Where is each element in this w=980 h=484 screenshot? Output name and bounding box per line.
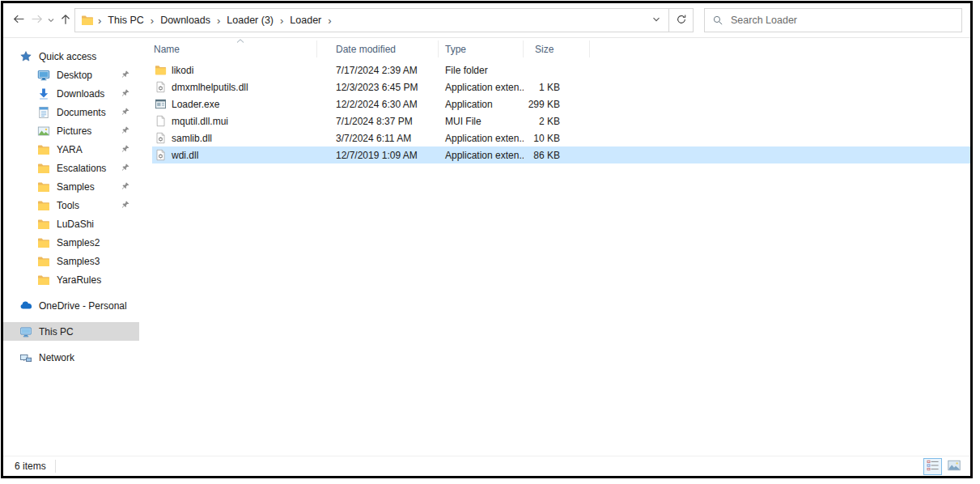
column-header-date-modified[interactable]: Date modified bbox=[317, 40, 439, 57]
sidebar-item-samples3[interactable]: Samples3 bbox=[3, 252, 139, 270]
folder-icon bbox=[37, 143, 50, 156]
sidebar: Quick accessDesktopDownloadsDocumentsPic… bbox=[3, 38, 139, 456]
exe-icon bbox=[155, 98, 167, 110]
sidebar-item-samples2[interactable]: Samples2 bbox=[3, 233, 139, 252]
sidebar-item-tools[interactable]: Tools bbox=[3, 196, 139, 214]
breadcrumb-chevron-icon[interactable]: › bbox=[95, 15, 104, 26]
file-date-modified: 12/2/2024 6:30 AM bbox=[317, 96, 439, 113]
file-row-mqutil-dll-mui[interactable]: mqutil.dll.mui7/1/2024 8:37 PMMUI File2 … bbox=[152, 113, 970, 129]
column-header-size-label: Size bbox=[535, 44, 554, 55]
breadcrumb-chevron-icon[interactable]: › bbox=[325, 15, 333, 26]
file-list: likodi7/17/2024 2:39 AMFile folderdmxmlh… bbox=[152, 62, 970, 163]
file-row-samlib-dll[interactable]: samlib.dll3/7/2024 6:11 AMApplication ex… bbox=[152, 129, 970, 146]
breadcrumb-item-downloads[interactable]: Downloads bbox=[156, 15, 214, 26]
breadcrumb-chevron-icon[interactable]: › bbox=[148, 15, 156, 26]
file-type: Application bbox=[439, 96, 524, 113]
address-group: ›This PC›Downloads›Loader (3)›Loader› bbox=[74, 8, 694, 32]
search-input[interactable]: Search Loader bbox=[731, 15, 797, 26]
pin-icon bbox=[121, 70, 130, 79]
sidebar-item-pictures[interactable]: Pictures bbox=[3, 121, 139, 140]
folder-icon bbox=[37, 274, 50, 287]
breadcrumb-chevron-icon[interactable]: › bbox=[214, 15, 223, 26]
sidebar-item-samples[interactable]: Samples bbox=[3, 177, 139, 196]
file-row-wdi-dll[interactable]: wdi.dll12/7/2019 1:09 AMApplication exte… bbox=[152, 146, 970, 163]
file-type: Application exten... bbox=[439, 146, 524, 163]
file-size: 1 KB bbox=[524, 79, 590, 96]
breadcrumb-item-loader[interactable]: Loader bbox=[286, 15, 325, 26]
desktop-icon bbox=[37, 69, 50, 82]
file-date-modified: 12/7/2019 1:09 AM bbox=[317, 146, 439, 163]
address-bar[interactable]: ›This PC›Downloads›Loader (3)›Loader› bbox=[74, 8, 669, 32]
sidebar-item-ludashi[interactable]: LuDaShi bbox=[3, 214, 139, 233]
breadcrumb-item-this-pc[interactable]: This PC bbox=[104, 15, 147, 26]
sidebar-item-desktop[interactable]: Desktop bbox=[3, 66, 139, 84]
sidebar-item-onedrive-personal[interactable]: OneDrive - Personal bbox=[3, 296, 139, 315]
pin-icon bbox=[121, 181, 130, 191]
file-type: File folder bbox=[439, 62, 524, 79]
pictures-icon bbox=[37, 125, 50, 138]
file-type: MUI File bbox=[439, 113, 524, 129]
up-button[interactable] bbox=[57, 10, 74, 31]
explorer-window: ›This PC›Downloads›Loader (3)›Loader› Se… bbox=[1, 1, 973, 478]
sort-ascending-icon bbox=[236, 39, 244, 43]
pin-icon bbox=[121, 107, 130, 117]
file-size: 2 KB bbox=[524, 113, 590, 129]
thumbnails-view-button[interactable] bbox=[944, 458, 963, 475]
main-area: Quick accessDesktopDownloadsDocumentsPic… bbox=[3, 38, 970, 456]
sidebar-item-yararules[interactable]: YaraRules bbox=[3, 270, 139, 289]
column-header-name[interactable]: Name bbox=[152, 40, 317, 57]
file-date-modified: 12/3/2023 6:45 PM bbox=[317, 79, 439, 96]
details-view-button[interactable] bbox=[923, 458, 942, 475]
search-box[interactable]: Search Loader bbox=[704, 8, 962, 32]
sidebar-item-yara[interactable]: YARA bbox=[3, 140, 139, 159]
dll-icon bbox=[155, 81, 167, 93]
pin-icon bbox=[121, 163, 130, 172]
dll-icon bbox=[155, 149, 167, 161]
search-icon bbox=[712, 15, 723, 26]
file-name: likodi bbox=[172, 65, 193, 76]
documents-icon bbox=[37, 106, 50, 119]
toolbar: ›This PC›Downloads›Loader (3)›Loader› Se… bbox=[3, 3, 970, 38]
file-date-modified: 7/17/2024 2:39 AM bbox=[317, 62, 439, 79]
file-row-dmxmlhelputils-dll[interactable]: dmxmlhelputils.dll12/3/2023 6:45 PMAppli… bbox=[152, 79, 970, 96]
pin-icon bbox=[121, 125, 130, 135]
navigation-buttons bbox=[10, 10, 74, 31]
folder-icon bbox=[155, 64, 167, 76]
column-header-type[interactable]: Type bbox=[439, 40, 524, 57]
folder-icon bbox=[37, 180, 50, 193]
folder-icon bbox=[37, 199, 50, 212]
file-name: Loader.exe bbox=[172, 99, 219, 110]
refresh-button[interactable] bbox=[668, 8, 694, 32]
recent-locations-button[interactable] bbox=[45, 10, 57, 31]
folder-icon bbox=[37, 218, 50, 231]
column-header-size[interactable]: Size bbox=[524, 40, 590, 57]
file-size: 299 KB bbox=[524, 96, 590, 113]
file-row-likodi[interactable]: likodi7/17/2024 2:39 AMFile folder bbox=[152, 62, 970, 79]
file-row-loader-exe[interactable]: Loader.exe12/2/2024 6:30 AMApplication29… bbox=[152, 96, 970, 113]
sidebar-item-quick-access[interactable]: Quick access bbox=[3, 47, 139, 66]
file-name: dmxmlhelputils.dll bbox=[172, 82, 248, 93]
file-date-modified: 7/1/2024 8:37 PM bbox=[317, 113, 439, 129]
folder-icon bbox=[81, 14, 94, 27]
sidebar-item-downloads[interactable]: Downloads bbox=[3, 84, 139, 103]
sidebar-item-this-pc[interactable]: This PC bbox=[3, 322, 139, 341]
pin-icon bbox=[121, 200, 130, 210]
back-button[interactable] bbox=[10, 10, 28, 31]
breadcrumb-item-loader-3[interactable]: Loader (3) bbox=[223, 15, 278, 26]
column-headers: Name Date modified Type Size bbox=[152, 40, 970, 57]
sidebar-item-escalations[interactable]: Escalations bbox=[3, 159, 139, 177]
breadcrumb-chevron-icon[interactable]: › bbox=[278, 15, 286, 26]
onedrive-icon bbox=[19, 299, 32, 312]
forward-button[interactable] bbox=[28, 10, 45, 31]
statusbar-divider bbox=[55, 460, 56, 473]
dll-icon bbox=[155, 132, 167, 144]
items-count: 6 items bbox=[15, 461, 46, 472]
column-header-date-label: Date modified bbox=[336, 44, 396, 55]
address-dropdown-button[interactable] bbox=[644, 9, 668, 32]
sidebar-item-documents[interactable]: Documents bbox=[3, 103, 139, 121]
sidebar-item-network[interactable]: Network bbox=[3, 348, 139, 367]
file-date-modified: 3/7/2024 6:11 AM bbox=[317, 129, 439, 146]
status-bar: 6 items bbox=[3, 456, 970, 476]
thispc-icon bbox=[19, 325, 32, 338]
file-name: wdi.dll bbox=[172, 150, 198, 161]
